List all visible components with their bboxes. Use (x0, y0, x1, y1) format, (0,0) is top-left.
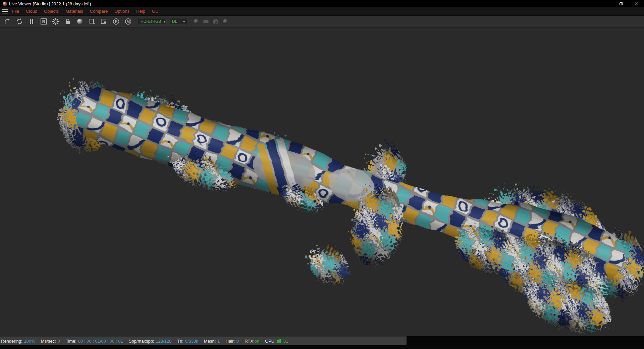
status-hair: Hair: 0 (226, 339, 239, 344)
disabled-tools-group (191, 16, 230, 27)
title-bar: Live Viewer [Studio+] 2022.1 (28 days le… (0, 0, 644, 7)
refresh-icon[interactable] (13, 16, 25, 27)
status-bar-left: Rendering: 100% Ms/sec: 0 Time: 00 : 00 … (0, 336, 407, 345)
menu-item-options[interactable]: Options (111, 7, 133, 15)
svg-text:R: R (42, 19, 45, 24)
r-button-icon[interactable]: R (38, 16, 50, 27)
restart-render-icon[interactable] (1, 16, 13, 27)
pause-icon[interactable] (25, 16, 38, 27)
region-select-icon[interactable] (98, 16, 110, 27)
menu-item-file[interactable]: File (9, 7, 22, 15)
lock-icon[interactable] (62, 16, 74, 27)
svg-text:F: F (115, 19, 117, 23)
settings-gear-icon[interactable] (50, 16, 62, 27)
colorspace-value: HDR/sRGB (141, 19, 161, 24)
rendered-mosaic-club (0, 28, 644, 336)
render-viewport[interactable] (0, 28, 644, 336)
status-spp: Spp/maxspp: 128/128 (129, 339, 172, 344)
region-add-icon[interactable] (86, 16, 98, 27)
status-mesh: Mesh: 1 (204, 339, 220, 344)
status-mssec: Ms/sec: 0 (41, 339, 60, 344)
kernel-select[interactable]: DL ▾ (170, 18, 186, 25)
f-circle-icon[interactable]: F (110, 16, 122, 27)
object-sphere-icon[interactable] (220, 16, 230, 27)
menu-item-help[interactable]: Help (133, 7, 149, 15)
menu-item-cloud[interactable]: Cloud (22, 7, 41, 15)
colorspace-select[interactable]: HDR/sRGB ▾ (138, 18, 167, 25)
minimize-button[interactable] (598, 0, 613, 7)
svg-text:M: M (126, 19, 129, 23)
status-rtx: RTX: on (245, 339, 259, 344)
toolbar: R (0, 16, 644, 28)
sphere-icon[interactable] (74, 16, 86, 27)
menu-item-compare[interactable]: Compare (87, 7, 111, 15)
status-tri: Tri: 0/333k (177, 339, 198, 344)
chevron-down-icon: ▾ (183, 20, 185, 23)
menu-bar: File Cloud Objects Materials Compare Opt… (0, 7, 644, 16)
status-rendering: Rendering: 100% (1, 339, 35, 344)
preview-sphere-icon[interactable] (191, 16, 201, 27)
gpu-activity-bars (277, 339, 281, 343)
menu-item-objects[interactable]: Objects (41, 7, 62, 15)
menu-item-gui[interactable]: GUI (149, 7, 163, 15)
close-button[interactable] (629, 0, 644, 7)
status-time: Time: 00 : 00 : 01/00 : 00 : 01 (66, 339, 123, 344)
hamburger-menu-icon[interactable] (0, 7, 9, 15)
status-bar: Rendering: 100% Ms/sec: 0 Time: 00 : 00 … (0, 336, 644, 345)
status-bar-right (407, 336, 644, 345)
live-viewer-window: Live Viewer [Studio+] 2022.1 (28 days le… (0, 0, 644, 349)
chevron-down-icon: ▾ (164, 20, 165, 23)
app-logo-icon (2, 1, 7, 6)
status-gpu: GPU: 81 (265, 339, 288, 344)
menu-item-materials[interactable]: Materials (62, 7, 87, 15)
m-circle-icon[interactable]: M (122, 16, 134, 27)
window-title: Live Viewer [Studio+] 2022.1 (28 days le… (9, 1, 91, 6)
kernel-value: DL (172, 19, 177, 24)
camera-icon[interactable] (211, 16, 220, 27)
bottom-strip (0, 345, 644, 349)
image-icon[interactable] (201, 16, 211, 27)
restore-button[interactable] (613, 0, 629, 7)
